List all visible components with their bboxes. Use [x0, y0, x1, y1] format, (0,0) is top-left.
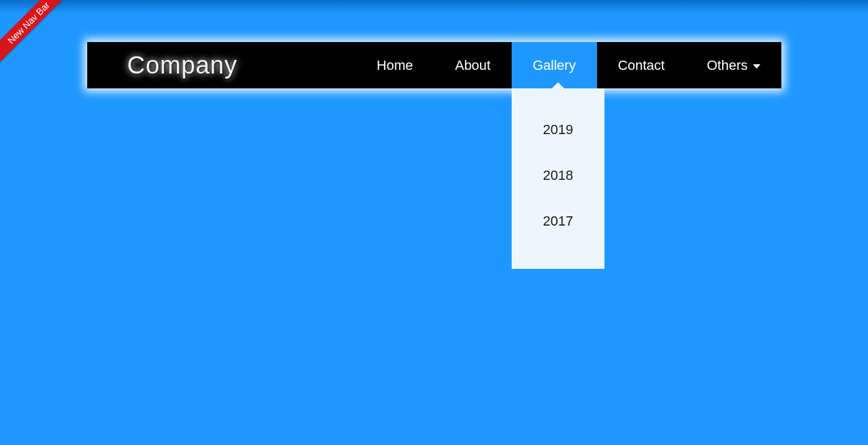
nav-item-about[interactable]: About: [434, 42, 512, 88]
nav-item-others[interactable]: Others: [685, 42, 781, 88]
nav-link-gallery[interactable]: Gallery: [512, 42, 597, 88]
nav-link-home[interactable]: Home: [356, 42, 434, 88]
dropdown-link-2017[interactable]: 2017: [512, 198, 604, 244]
dropdown-link-2018[interactable]: 2018: [512, 153, 604, 198]
nav-link-about[interactable]: About: [434, 42, 512, 88]
nav-link-others[interactable]: Others: [685, 42, 781, 88]
nav-item-home[interactable]: Home: [356, 42, 434, 88]
gallery-dropdown: 2019 2018 2017: [512, 88, 604, 269]
main-navbar: Company Home About Gallery 2019 2018 201…: [87, 42, 781, 88]
nav-menu: Home About Gallery 2019 2018 2017 Contac…: [356, 42, 781, 88]
logo[interactable]: Company: [87, 51, 262, 79]
dropdown-item[interactable]: 2019: [512, 107, 604, 153]
nav-item-gallery[interactable]: Gallery 2019 2018 2017: [512, 42, 597, 88]
nav-link-contact[interactable]: Contact: [597, 42, 686, 88]
dropdown-link-2019[interactable]: 2019: [512, 107, 604, 153]
corner-ribbon: New Nav Bar: [0, 0, 78, 72]
nav-item-contact[interactable]: Contact: [597, 42, 686, 88]
ribbon-label: New Nav Bar: [6, 0, 52, 46]
caret-down-icon: [753, 64, 760, 69]
dropdown-item[interactable]: 2018: [512, 153, 604, 198]
nav-label-others: Others: [707, 57, 747, 74]
dropdown-item[interactable]: 2017: [512, 198, 604, 244]
